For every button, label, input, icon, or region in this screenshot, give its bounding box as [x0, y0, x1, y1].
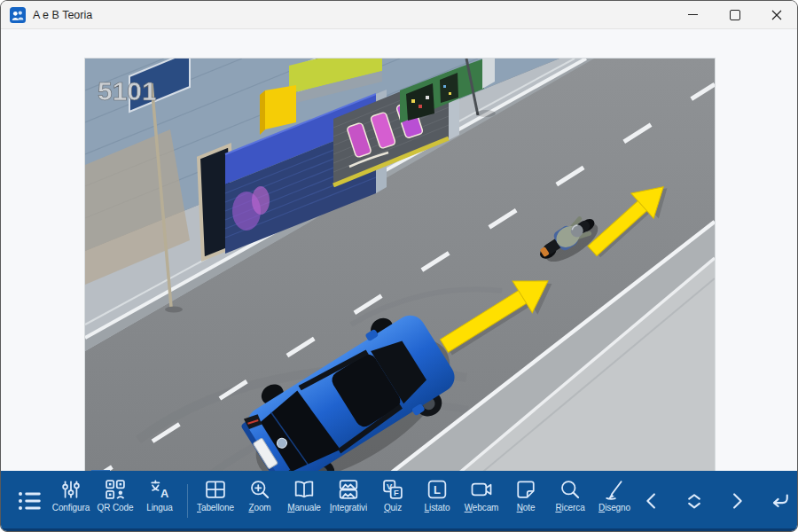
- app-logo-icon: [10, 7, 26, 23]
- toolbar-disegno[interactable]: Disegno: [592, 471, 637, 512]
- translate-icon: A: [147, 477, 172, 502]
- svg-text:A: A: [160, 487, 168, 500]
- chevron-up-down-icon: [682, 489, 707, 513]
- toolbar-listato[interactable]: L Listato: [415, 471, 459, 512]
- previous-question-button[interactable]: [637, 486, 667, 516]
- window-title: A e B Teoria: [33, 9, 92, 21]
- yellow-sign: [260, 90, 265, 135]
- chevron-left-icon: [639, 489, 664, 513]
- figure-number: 5101: [98, 76, 157, 106]
- toolbar-navigation: [637, 486, 798, 516]
- toolbar-quiz[interactable]: V F Quiz: [371, 471, 415, 512]
- toolbar-manuale[interactable]: Manuale: [282, 471, 326, 512]
- true-false-icon: V F: [380, 477, 405, 502]
- toolbar-label: Disegno: [598, 503, 630, 512]
- toolbar-integrativi[interactable]: Integrativi: [326, 471, 371, 512]
- toolbar-webcam[interactable]: Webcam: [459, 471, 504, 512]
- window-controls: [672, 1, 797, 28]
- toolbar-label: Webcam: [465, 503, 499, 512]
- toolbar-label: QR Code: [98, 503, 134, 512]
- search-icon: [558, 477, 583, 502]
- qr-code-icon: [103, 477, 128, 502]
- svg-text:L: L: [434, 483, 441, 497]
- chevron-right-icon: [724, 489, 749, 513]
- toolbar-label: Ricerca: [555, 503, 584, 512]
- grid-board-icon: [203, 477, 228, 502]
- toolbar-label: Zoom: [248, 503, 270, 512]
- toolbar-qr-code[interactable]: QR Code: [93, 471, 137, 512]
- toolbar-tabellone[interactable]: Tabellone: [193, 471, 238, 512]
- minimize-button[interactable]: [672, 1, 714, 28]
- note-page-icon: [513, 477, 538, 502]
- maximize-button[interactable]: [714, 1, 755, 28]
- toolbar-label: Configura: [52, 503, 90, 512]
- letter-l-icon: L: [425, 477, 450, 502]
- title-bar: A e B Teoria: [1, 1, 797, 29]
- toolbar-label: Quiz: [384, 503, 402, 512]
- bottom-toolbar: Configura QR Code A: [1, 471, 797, 531]
- toolbar-lingua[interactable]: A Lingua: [137, 471, 182, 512]
- zoom-in-icon: [247, 477, 272, 502]
- svg-text:F: F: [394, 489, 399, 497]
- return-arrow-icon: [767, 489, 792, 513]
- return-button[interactable]: [764, 486, 794, 516]
- video-camera-icon: [469, 477, 494, 502]
- toolbar-menu-list[interactable]: [10, 487, 49, 515]
- toolbar-ricerca[interactable]: Ricerca: [548, 471, 592, 512]
- list-icon: [15, 487, 43, 515]
- toolbar-label: Integrativi: [330, 503, 367, 512]
- toolbar-label: Note: [517, 503, 536, 512]
- next-question-button[interactable]: [722, 486, 752, 516]
- close-button[interactable]: [755, 1, 797, 28]
- toolbar-label: Listato: [425, 503, 450, 512]
- sliders-icon: [59, 477, 83, 502]
- toolbar-zoom[interactable]: Zoom: [238, 471, 282, 512]
- toolbar-label: Lingua: [146, 503, 172, 512]
- pen-icon: [602, 477, 627, 502]
- stacked-images-icon: [336, 477, 361, 502]
- toolbar-label: Tabellone: [197, 503, 234, 512]
- app-window: A e B Teoria: [0, 0, 798, 532]
- toolbar-note[interactable]: Note: [504, 471, 548, 512]
- toolbar-separator: [187, 484, 188, 518]
- expand-collapse-button[interactable]: [679, 486, 709, 516]
- toolbar-label: Manuale: [287, 503, 321, 512]
- content-area: 5101: [1, 29, 797, 473]
- toolbar-configura[interactable]: Configura: [49, 471, 93, 512]
- open-book-icon: [292, 477, 317, 502]
- quiz-scene-image: 5101: [85, 59, 715, 493]
